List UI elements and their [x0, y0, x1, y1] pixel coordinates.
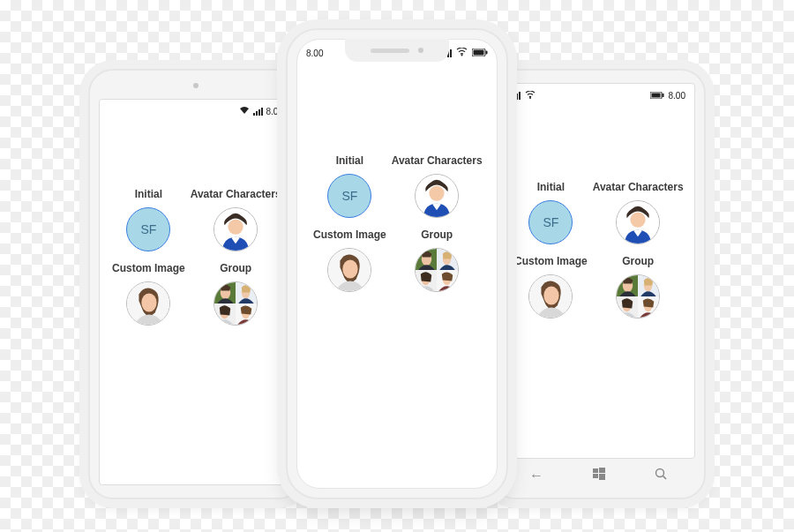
- cell-custom: Custom Image: [112, 262, 185, 326]
- svg-rect-36: [474, 49, 484, 55]
- camera-dot: [193, 83, 198, 88]
- notch: [345, 39, 449, 62]
- avatar-group[interactable]: [616, 274, 660, 318]
- avatar-custom[interactable]: [528, 274, 573, 318]
- svg-point-32: [656, 469, 664, 477]
- search-button[interactable]: [655, 468, 667, 483]
- cell-initial: Initial SF: [313, 154, 386, 218]
- svg-point-12: [529, 97, 531, 99]
- label-character: Avatar Characters: [191, 188, 281, 200]
- svg-rect-29: [599, 468, 605, 473]
- avatar-character[interactable]: [213, 207, 258, 251]
- label-group: Group: [421, 229, 453, 241]
- status-time: 8.00: [306, 49, 323, 58]
- svg-rect-14: [651, 93, 660, 97]
- wifi-icon: [456, 48, 468, 58]
- phone-android: 8.00 Initial SF Avatar Characters: [88, 69, 303, 499]
- android-statusbar: 8.00: [100, 100, 292, 123]
- label-initial: Initial: [336, 154, 363, 167]
- avatar-group[interactable]: [213, 281, 258, 326]
- cell-initial: Initial SF: [514, 181, 588, 244]
- label-initial: Initial: [537, 181, 565, 193]
- svg-rect-37: [486, 50, 488, 54]
- svg-rect-31: [599, 474, 605, 480]
- status-time: 8.00: [669, 91, 685, 101]
- status-time: 8.00: [266, 107, 283, 116]
- cell-character: Avatar Characters: [593, 181, 684, 244]
- device-showcase: 8.00 Initial SF Avatar Characters: [0, 0, 794, 532]
- avatar-character[interactable]: [415, 174, 459, 218]
- cell-group: Group: [392, 229, 483, 292]
- svg-rect-30: [593, 474, 598, 478]
- iphone-screen: 8.00 Initial SF Avatar Characters: [296, 39, 498, 489]
- svg-line-33: [663, 476, 667, 480]
- cell-group: Group: [593, 255, 684, 318]
- svg-point-41: [343, 259, 358, 278]
- signal-icon: [511, 92, 521, 100]
- svg-point-39: [430, 185, 445, 200]
- avatar-initial-text: SF: [543, 215, 558, 229]
- label-character: Avatar Characters: [392, 154, 483, 167]
- svg-rect-15: [662, 94, 663, 97]
- avatar-initial[interactable]: SF: [327, 174, 371, 218]
- avatar-initial-text: SF: [341, 189, 357, 203]
- avatar-initial-text: SF: [140, 222, 156, 236]
- battery-icon: [650, 91, 664, 101]
- cell-custom: Custom Image: [514, 255, 588, 318]
- avatar-initial[interactable]: SF: [126, 207, 170, 251]
- cell-custom: Custom Image: [313, 229, 386, 292]
- windows-statusbar: 8.00: [502, 84, 694, 107]
- avatar-character[interactable]: [616, 200, 660, 244]
- svg-point-3: [142, 293, 157, 311]
- cell-group: Group: [191, 262, 281, 326]
- label-custom: Custom Image: [313, 229, 386, 241]
- windows-screen: 8.00 Initial SF Avatar Characters Custom…: [501, 83, 695, 459]
- battery-icon: [472, 49, 488, 58]
- label-group: Group: [622, 255, 654, 267]
- home-button[interactable]: [593, 468, 605, 483]
- phone-iphone: 8.00 Initial SF Avatar Characters: [286, 28, 508, 499]
- avatar-initial[interactable]: SF: [528, 200, 573, 244]
- wifi-icon: [239, 106, 250, 116]
- cell-initial: Initial SF: [112, 188, 185, 251]
- avatar-grid: Initial SF Avatar Characters Custom Imag…: [297, 154, 497, 292]
- svg-point-17: [631, 212, 646, 227]
- cell-character: Avatar Characters: [191, 188, 281, 251]
- avatar-grid: Initial SF Avatar Characters Custom Imag…: [502, 181, 694, 318]
- avatar-group[interactable]: [415, 248, 459, 292]
- svg-point-1: [228, 219, 243, 234]
- label-group: Group: [220, 262, 251, 274]
- android-screen: 8.00 Initial SF Avatar Characters: [99, 99, 293, 485]
- avatar-custom[interactable]: [126, 281, 170, 326]
- svg-rect-28: [593, 468, 598, 473]
- avatar-grid: Initial SF Avatar Characters Custom Imag…: [100, 188, 292, 326]
- cell-character: Avatar Characters: [392, 154, 483, 218]
- label-custom: Custom Image: [112, 262, 185, 274]
- back-button[interactable]: ←: [529, 468, 543, 483]
- svg-point-34: [461, 55, 463, 56]
- avatar-custom[interactable]: [327, 248, 371, 292]
- label-custom: Custom Image: [514, 255, 588, 267]
- signal-icon: [253, 108, 263, 116]
- windows-navbar: ←: [505, 464, 692, 487]
- svg-point-19: [544, 286, 559, 304]
- label-character: Avatar Characters: [593, 181, 684, 193]
- phone-windows: 8.00 Initial SF Avatar Characters Custom…: [491, 69, 706, 499]
- label-initial: Initial: [135, 188, 162, 200]
- wifi-icon: [525, 91, 536, 101]
